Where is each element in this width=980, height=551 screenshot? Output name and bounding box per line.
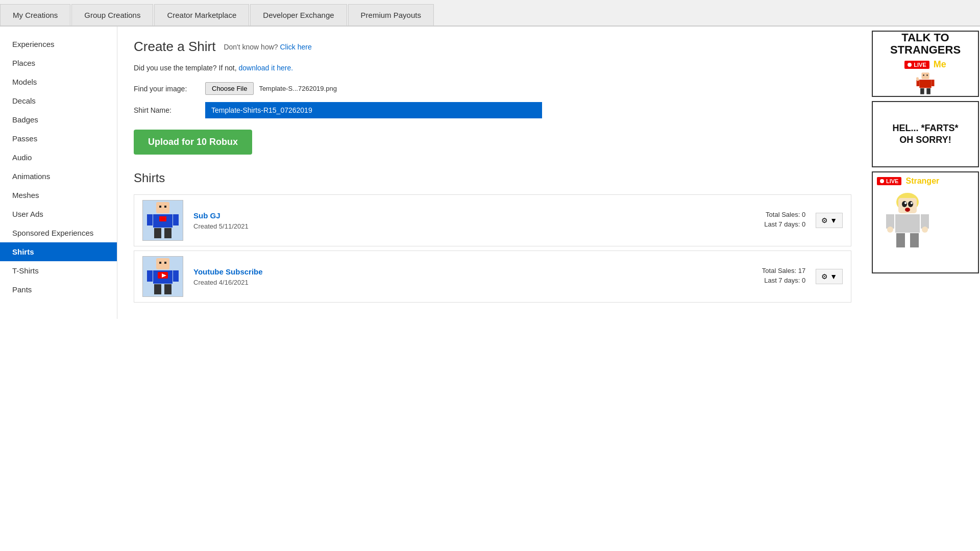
- sidebar-item-pants[interactable]: Pants: [0, 280, 117, 299]
- svg-rect-39: [910, 233, 919, 247]
- ads-panel: TALK TO STRANGERS LIVE Me: [868, 27, 980, 319]
- ad1-live-badge: LIVE: [904, 61, 929, 69]
- content-area: Create a Shirt Don't know how? Click her…: [117, 27, 868, 319]
- svg-rect-38: [896, 233, 905, 247]
- svg-rect-36: [886, 214, 894, 229]
- dont-know-text: Don't know how? Click here: [224, 43, 311, 51]
- tab-group-creations[interactable]: Group Creations: [71, 4, 153, 26]
- ad1-character-svg: [910, 72, 941, 96]
- top-nav: My Creations Group Creations Creator Mar…: [0, 0, 980, 27]
- shirt-stats-0: Total Sales: 0 Last 7 days: 0: [714, 211, 805, 230]
- shirt-last7days-1: Last 7 days: 0: [714, 277, 805, 284]
- svg-rect-26: [926, 88, 930, 94]
- ad3-live-badge: LIVE: [877, 177, 901, 185]
- shirt-name-row: Shirt Name:: [134, 102, 851, 118]
- sidebar-item-user-ads[interactable]: User Ads: [0, 205, 117, 223]
- upload-button[interactable]: Upload for 10 Robux: [134, 130, 252, 155]
- shirt-name-link-0[interactable]: Sub GJ: [193, 211, 714, 220]
- shirt-gear-button-1[interactable]: ⚙ ▼: [816, 269, 843, 284]
- find-image-label: Find your image:: [134, 85, 205, 93]
- shirt-gear-button-0[interactable]: ⚙ ▼: [816, 213, 843, 228]
- ad-card-2[interactable]: HEL... *FARTS* OH SORRY!: [872, 101, 979, 167]
- sidebar-item-places[interactable]: Places: [0, 54, 117, 72]
- shirt-total-sales-0: Total Sales: 0: [714, 211, 805, 218]
- sidebar-item-experiences[interactable]: Experiences: [0, 35, 117, 54]
- svg-rect-25: [920, 88, 924, 94]
- shirt-total-sales-1: Total Sales: 17: [714, 267, 805, 274]
- sidebar-item-badges[interactable]: Badges: [0, 110, 117, 129]
- shirt-last7days-0: Last 7 days: 0: [714, 220, 805, 228]
- choose-file-button[interactable]: Choose File: [205, 82, 254, 95]
- create-shirt-title: Create a Shirt: [134, 39, 215, 55]
- shirt-created-1: Created 4/16/2021: [193, 279, 249, 286]
- chevron-down-icon-0: ▼: [830, 216, 837, 224]
- click-here-link[interactable]: Click here: [280, 43, 311, 51]
- svg-rect-2: [164, 206, 166, 208]
- shirt-name-link-1[interactable]: Youtube Subscribe: [193, 267, 714, 276]
- svg-rect-35: [895, 214, 920, 233]
- sidebar-item-audio[interactable]: Audio: [0, 148, 117, 167]
- svg-point-32: [904, 202, 906, 204]
- shirts-section: Shirts: [134, 171, 851, 303]
- svg-point-41: [922, 227, 928, 233]
- sidebar-item-models[interactable]: Models: [0, 72, 117, 91]
- svg-point-30: [902, 201, 907, 207]
- shirt-name-input[interactable]: [205, 102, 542, 118]
- shirt-name-label: Shirt Name:: [134, 106, 205, 114]
- svg-rect-11: [164, 262, 166, 264]
- sidebar-item-animations[interactable]: Animations: [0, 167, 117, 186]
- svg-point-33: [911, 202, 913, 204]
- sidebar-item-decals[interactable]: Decals: [0, 91, 117, 110]
- dont-know-label: Don't know how?: [224, 43, 278, 51]
- sidebar-item-shirts[interactable]: Shirts: [0, 242, 117, 261]
- ad3-stranger-text: Stranger: [905, 177, 939, 186]
- shirt-thumbnail-1: [142, 256, 183, 297]
- tab-creator-marketplace[interactable]: Creator Marketplace: [154, 4, 249, 26]
- ad-card-3[interactable]: LIVE Stranger: [872, 171, 979, 273]
- ad1-me-text: Me: [934, 59, 946, 70]
- live-dot-icon-2: [880, 179, 884, 183]
- shirt-thumb-svg-1: [145, 256, 181, 297]
- tab-premium-payouts[interactable]: Premium Payouts: [348, 4, 434, 26]
- svg-rect-5: [147, 214, 153, 226]
- file-name-display: Template-S...7262019.png: [259, 85, 337, 92]
- shirt-created-0: Created 5/11/2021: [193, 222, 249, 230]
- svg-rect-15: [147, 270, 153, 282]
- gear-icon-1: ⚙: [821, 272, 828, 281]
- svg-rect-10: [159, 262, 161, 264]
- shirt-item-1: Youtube Subscribe Created 4/16/2021 Tota…: [134, 251, 851, 303]
- svg-rect-16: [173, 270, 179, 282]
- svg-rect-37: [921, 214, 929, 229]
- tab-my-creations[interactable]: My Creations: [0, 4, 70, 26]
- sidebar-item-tshirts[interactable]: T-Shirts: [0, 261, 117, 280]
- svg-rect-0: [156, 202, 169, 213]
- main-layout: Experiences Places Models Decals Badges …: [0, 27, 980, 319]
- chevron-down-icon-1: ▼: [830, 272, 837, 281]
- svg-rect-18: [164, 284, 172, 294]
- tab-developer-exchange[interactable]: Developer Exchange: [250, 4, 347, 26]
- download-template-link[interactable]: download it here.: [238, 64, 293, 72]
- ad-card-1[interactable]: TALK TO STRANGERS LIVE Me: [872, 31, 979, 97]
- svg-point-34: [905, 208, 910, 212]
- svg-rect-1: [159, 206, 161, 208]
- svg-point-40: [887, 227, 893, 233]
- shirt-info-0: Sub GJ Created 5/11/2021: [193, 211, 714, 230]
- svg-rect-9: [156, 258, 169, 269]
- sidebar-item-passes[interactable]: Passes: [0, 129, 117, 148]
- shirt-item-0: Sub GJ Created 5/11/2021 Total Sales: 0 …: [134, 194, 851, 246]
- svg-rect-20: [923, 75, 924, 76]
- ad3-character-svg: [877, 188, 938, 264]
- sidebar: Experiences Places Models Decals Badges …: [0, 27, 117, 319]
- live-dot-icon: [908, 63, 912, 67]
- create-shirt-header: Create a Shirt Don't know how? Click her…: [134, 39, 851, 55]
- shirts-section-title: Shirts: [134, 171, 851, 185]
- ad2-line1: HEL... *FARTS*: [892, 122, 958, 134]
- svg-rect-21: [926, 75, 927, 76]
- svg-rect-19: [921, 73, 929, 80]
- svg-point-31: [908, 201, 913, 207]
- svg-rect-17: [154, 284, 161, 294]
- sidebar-item-sponsored-experiences[interactable]: Sponsored Experiences: [0, 223, 117, 242]
- shirt-thumb-svg-0: [145, 200, 181, 241]
- sidebar-item-meshes[interactable]: Meshes: [0, 186, 117, 205]
- ad1-title-line2: STRANGERS: [890, 44, 961, 56]
